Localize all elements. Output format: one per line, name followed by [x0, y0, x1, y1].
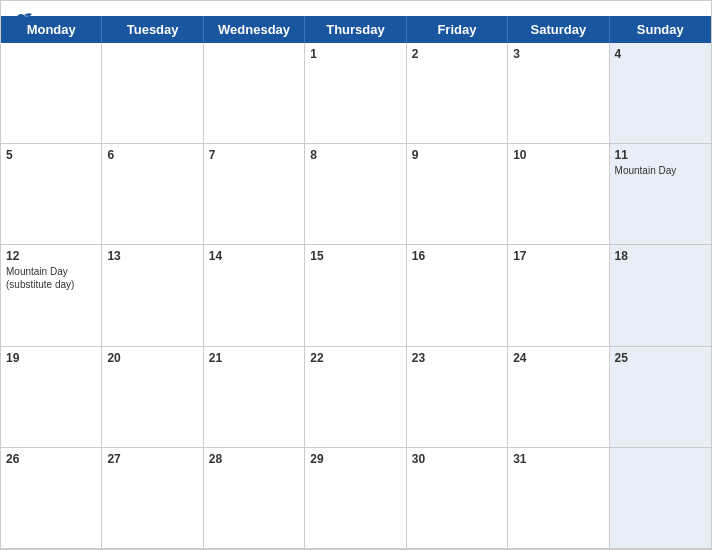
calendar-cell: 22 — [305, 347, 406, 448]
calendar-cell: 29 — [305, 448, 406, 549]
day-header-saturday: Saturday — [508, 16, 609, 43]
calendar-cell: 26 — [1, 448, 102, 549]
cell-date: 14 — [209, 249, 299, 263]
calendar-cell: 1 — [305, 43, 406, 144]
cell-event: Mountain Day — [615, 164, 706, 177]
calendar-cell: 2 — [407, 43, 508, 144]
calendar-cell: 6 — [102, 144, 203, 245]
cell-date: 25 — [615, 351, 706, 365]
calendar-cell: 18 — [610, 245, 711, 346]
cell-date: 20 — [107, 351, 197, 365]
cell-date: 26 — [6, 452, 96, 466]
cell-date: 29 — [310, 452, 400, 466]
calendar-cell: 11Mountain Day — [610, 144, 711, 245]
cell-date: 3 — [513, 47, 603, 61]
days-header: MondayTuesdayWednesdayThursdayFridaySatu… — [1, 16, 711, 43]
cell-date: 22 — [310, 351, 400, 365]
day-header-sunday: Sunday — [610, 16, 711, 43]
cell-date: 21 — [209, 351, 299, 365]
calendar-cell: 19 — [1, 347, 102, 448]
day-header-tuesday: Tuesday — [102, 16, 203, 43]
day-header-wednesday: Wednesday — [204, 16, 305, 43]
cell-date: 10 — [513, 148, 603, 162]
calendar-cell: 28 — [204, 448, 305, 549]
calendar-cell: 7 — [204, 144, 305, 245]
cell-date: 17 — [513, 249, 603, 263]
cell-date: 15 — [310, 249, 400, 263]
calendar-cell — [610, 448, 711, 549]
calendar-cell — [102, 43, 203, 144]
calendar-cell: 25 — [610, 347, 711, 448]
cell-date: 8 — [310, 148, 400, 162]
cell-date: 19 — [6, 351, 96, 365]
cell-date: 23 — [412, 351, 502, 365]
cell-date: 7 — [209, 148, 299, 162]
calendar-cell: 15 — [305, 245, 406, 346]
calendar-cell: 10 — [508, 144, 609, 245]
logo-bird-icon — [14, 11, 34, 25]
calendar-cell: 24 — [508, 347, 609, 448]
cell-date: 24 — [513, 351, 603, 365]
cell-date: 30 — [412, 452, 502, 466]
calendar-cell: 31 — [508, 448, 609, 549]
calendar-cell: 20 — [102, 347, 203, 448]
calendar-cell: 9 — [407, 144, 508, 245]
cell-date: 5 — [6, 148, 96, 162]
calendar-cell: 12Mountain Day (substitute day) — [1, 245, 102, 346]
calendar-cell: 16 — [407, 245, 508, 346]
calendar-cell: 13 — [102, 245, 203, 346]
calendar-container: MondayTuesdayWednesdayThursdayFridaySatu… — [0, 0, 712, 550]
cell-date: 16 — [412, 249, 502, 263]
cell-date: 9 — [412, 148, 502, 162]
cell-date: 6 — [107, 148, 197, 162]
cell-date: 2 — [412, 47, 502, 61]
calendar-cell: 5 — [1, 144, 102, 245]
calendar-cell: 8 — [305, 144, 406, 245]
cell-date: 12 — [6, 249, 96, 263]
calendar-cell — [204, 43, 305, 144]
cell-date: 31 — [513, 452, 603, 466]
calendar-cell — [1, 43, 102, 144]
cell-date: 11 — [615, 148, 706, 162]
calendar-header — [1, 1, 711, 16]
cell-date: 13 — [107, 249, 197, 263]
calendar-grid: 1234567891011Mountain Day12Mountain Day … — [1, 43, 711, 549]
day-header-friday: Friday — [407, 16, 508, 43]
calendar-cell: 30 — [407, 448, 508, 549]
calendar-cell: 17 — [508, 245, 609, 346]
calendar-cell: 3 — [508, 43, 609, 144]
calendar-cell: 4 — [610, 43, 711, 144]
calendar-cell: 23 — [407, 347, 508, 448]
day-header-thursday: Thursday — [305, 16, 406, 43]
cell-date: 28 — [209, 452, 299, 466]
calendar-cell: 21 — [204, 347, 305, 448]
cell-event: Mountain Day (substitute day) — [6, 265, 96, 291]
calendar-cell: 14 — [204, 245, 305, 346]
calendar-cell: 27 — [102, 448, 203, 549]
cell-date: 18 — [615, 249, 706, 263]
cell-date: 1 — [310, 47, 400, 61]
cell-date: 27 — [107, 452, 197, 466]
cell-date: 4 — [615, 47, 706, 61]
